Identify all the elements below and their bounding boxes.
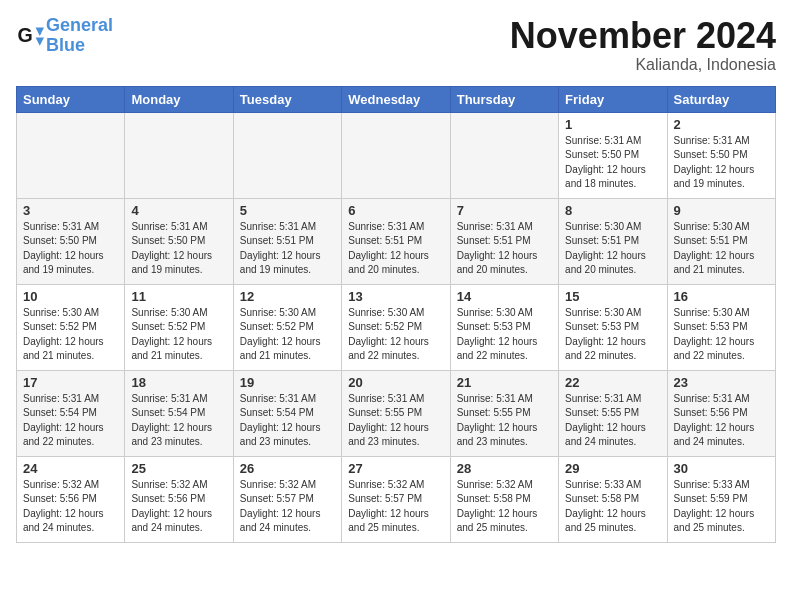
- week-row-5: 24Sunrise: 5:32 AM Sunset: 5:56 PM Dayli…: [17, 456, 776, 542]
- day-number: 19: [240, 375, 335, 390]
- day-number: 10: [23, 289, 118, 304]
- week-row-3: 10Sunrise: 5:30 AM Sunset: 5:52 PM Dayli…: [17, 284, 776, 370]
- day-number: 23: [674, 375, 769, 390]
- calendar-cell: 22Sunrise: 5:31 AM Sunset: 5:55 PM Dayli…: [559, 370, 667, 456]
- day-info: Sunrise: 5:31 AM Sunset: 5:55 PM Dayligh…: [348, 392, 443, 450]
- day-number: 6: [348, 203, 443, 218]
- day-number: 1: [565, 117, 660, 132]
- col-header-monday: Monday: [125, 86, 233, 112]
- calendar-cell: 12Sunrise: 5:30 AM Sunset: 5:52 PM Dayli…: [233, 284, 341, 370]
- day-info: Sunrise: 5:31 AM Sunset: 5:51 PM Dayligh…: [348, 220, 443, 278]
- day-info: Sunrise: 5:30 AM Sunset: 5:53 PM Dayligh…: [674, 306, 769, 364]
- logo-icon: G: [16, 22, 44, 50]
- calendar-cell: 5Sunrise: 5:31 AM Sunset: 5:51 PM Daylig…: [233, 198, 341, 284]
- day-number: 8: [565, 203, 660, 218]
- day-info: Sunrise: 5:30 AM Sunset: 5:52 PM Dayligh…: [348, 306, 443, 364]
- day-number: 13: [348, 289, 443, 304]
- logo: G General Blue: [16, 16, 113, 56]
- week-row-2: 3Sunrise: 5:31 AM Sunset: 5:50 PM Daylig…: [17, 198, 776, 284]
- day-info: Sunrise: 5:30 AM Sunset: 5:52 PM Dayligh…: [23, 306, 118, 364]
- day-info: Sunrise: 5:31 AM Sunset: 5:50 PM Dayligh…: [674, 134, 769, 192]
- day-number: 2: [674, 117, 769, 132]
- calendar-cell: 21Sunrise: 5:31 AM Sunset: 5:55 PM Dayli…: [450, 370, 558, 456]
- day-info: Sunrise: 5:31 AM Sunset: 5:55 PM Dayligh…: [457, 392, 552, 450]
- calendar-cell: 14Sunrise: 5:30 AM Sunset: 5:53 PM Dayli…: [450, 284, 558, 370]
- day-info: Sunrise: 5:32 AM Sunset: 5:57 PM Dayligh…: [240, 478, 335, 536]
- day-info: Sunrise: 5:31 AM Sunset: 5:51 PM Dayligh…: [240, 220, 335, 278]
- day-number: 9: [674, 203, 769, 218]
- day-info: Sunrise: 5:32 AM Sunset: 5:56 PM Dayligh…: [23, 478, 118, 536]
- day-info: Sunrise: 5:30 AM Sunset: 5:51 PM Dayligh…: [565, 220, 660, 278]
- day-info: Sunrise: 5:30 AM Sunset: 5:51 PM Dayligh…: [674, 220, 769, 278]
- calendar-cell: 27Sunrise: 5:32 AM Sunset: 5:57 PM Dayli…: [342, 456, 450, 542]
- day-number: 4: [131, 203, 226, 218]
- svg-marker-2: [36, 37, 44, 45]
- day-number: 25: [131, 461, 226, 476]
- calendar-cell: 3Sunrise: 5:31 AM Sunset: 5:50 PM Daylig…: [17, 198, 125, 284]
- calendar-cell: 17Sunrise: 5:31 AM Sunset: 5:54 PM Dayli…: [17, 370, 125, 456]
- day-number: 18: [131, 375, 226, 390]
- day-info: Sunrise: 5:30 AM Sunset: 5:52 PM Dayligh…: [131, 306, 226, 364]
- calendar-cell: 16Sunrise: 5:30 AM Sunset: 5:53 PM Dayli…: [667, 284, 775, 370]
- title-block: November 2024 Kalianda, Indonesia: [510, 16, 776, 74]
- calendar-cell: 18Sunrise: 5:31 AM Sunset: 5:54 PM Dayli…: [125, 370, 233, 456]
- calendar-cell: 1Sunrise: 5:31 AM Sunset: 5:50 PM Daylig…: [559, 112, 667, 198]
- day-info: Sunrise: 5:31 AM Sunset: 5:50 PM Dayligh…: [131, 220, 226, 278]
- day-number: 21: [457, 375, 552, 390]
- day-info: Sunrise: 5:32 AM Sunset: 5:58 PM Dayligh…: [457, 478, 552, 536]
- svg-marker-1: [36, 27, 44, 35]
- day-number: 15: [565, 289, 660, 304]
- day-number: 11: [131, 289, 226, 304]
- day-number: 27: [348, 461, 443, 476]
- calendar-cell: 24Sunrise: 5:32 AM Sunset: 5:56 PM Dayli…: [17, 456, 125, 542]
- calendar-cell: 28Sunrise: 5:32 AM Sunset: 5:58 PM Dayli…: [450, 456, 558, 542]
- day-number: 20: [348, 375, 443, 390]
- calendar-cell: 7Sunrise: 5:31 AM Sunset: 5:51 PM Daylig…: [450, 198, 558, 284]
- day-info: Sunrise: 5:32 AM Sunset: 5:56 PM Dayligh…: [131, 478, 226, 536]
- day-info: Sunrise: 5:31 AM Sunset: 5:54 PM Dayligh…: [131, 392, 226, 450]
- calendar-cell: [342, 112, 450, 198]
- location: Kalianda, Indonesia: [510, 56, 776, 74]
- col-header-friday: Friday: [559, 86, 667, 112]
- week-row-4: 17Sunrise: 5:31 AM Sunset: 5:54 PM Dayli…: [17, 370, 776, 456]
- col-header-sunday: Sunday: [17, 86, 125, 112]
- month-title: November 2024: [510, 16, 776, 56]
- logo-text: General Blue: [46, 16, 113, 56]
- day-info: Sunrise: 5:32 AM Sunset: 5:57 PM Dayligh…: [348, 478, 443, 536]
- calendar-cell: [233, 112, 341, 198]
- calendar-cell: 9Sunrise: 5:30 AM Sunset: 5:51 PM Daylig…: [667, 198, 775, 284]
- day-number: 29: [565, 461, 660, 476]
- day-number: 24: [23, 461, 118, 476]
- calendar-cell: 30Sunrise: 5:33 AM Sunset: 5:59 PM Dayli…: [667, 456, 775, 542]
- week-row-1: 1Sunrise: 5:31 AM Sunset: 5:50 PM Daylig…: [17, 112, 776, 198]
- day-info: Sunrise: 5:30 AM Sunset: 5:52 PM Dayligh…: [240, 306, 335, 364]
- calendar-cell: 23Sunrise: 5:31 AM Sunset: 5:56 PM Dayli…: [667, 370, 775, 456]
- calendar-table: SundayMondayTuesdayWednesdayThursdayFrid…: [16, 86, 776, 543]
- day-info: Sunrise: 5:31 AM Sunset: 5:50 PM Dayligh…: [23, 220, 118, 278]
- day-number: 30: [674, 461, 769, 476]
- day-number: 16: [674, 289, 769, 304]
- calendar-cell: 4Sunrise: 5:31 AM Sunset: 5:50 PM Daylig…: [125, 198, 233, 284]
- day-number: 7: [457, 203, 552, 218]
- calendar-cell: 8Sunrise: 5:30 AM Sunset: 5:51 PM Daylig…: [559, 198, 667, 284]
- day-info: Sunrise: 5:31 AM Sunset: 5:51 PM Dayligh…: [457, 220, 552, 278]
- day-number: 17: [23, 375, 118, 390]
- calendar-cell: 11Sunrise: 5:30 AM Sunset: 5:52 PM Dayli…: [125, 284, 233, 370]
- header-row: SundayMondayTuesdayWednesdayThursdayFrid…: [17, 86, 776, 112]
- day-info: Sunrise: 5:33 AM Sunset: 5:59 PM Dayligh…: [674, 478, 769, 536]
- calendar-cell: 15Sunrise: 5:30 AM Sunset: 5:53 PM Dayli…: [559, 284, 667, 370]
- calendar-cell: 20Sunrise: 5:31 AM Sunset: 5:55 PM Dayli…: [342, 370, 450, 456]
- calendar-cell: 13Sunrise: 5:30 AM Sunset: 5:52 PM Dayli…: [342, 284, 450, 370]
- calendar-cell: 2Sunrise: 5:31 AM Sunset: 5:50 PM Daylig…: [667, 112, 775, 198]
- col-header-thursday: Thursday: [450, 86, 558, 112]
- day-info: Sunrise: 5:31 AM Sunset: 5:54 PM Dayligh…: [240, 392, 335, 450]
- col-header-saturday: Saturday: [667, 86, 775, 112]
- day-info: Sunrise: 5:31 AM Sunset: 5:55 PM Dayligh…: [565, 392, 660, 450]
- calendar-cell: 29Sunrise: 5:33 AM Sunset: 5:58 PM Dayli…: [559, 456, 667, 542]
- col-header-wednesday: Wednesday: [342, 86, 450, 112]
- day-number: 14: [457, 289, 552, 304]
- day-info: Sunrise: 5:31 AM Sunset: 5:54 PM Dayligh…: [23, 392, 118, 450]
- calendar-cell: 19Sunrise: 5:31 AM Sunset: 5:54 PM Dayli…: [233, 370, 341, 456]
- page-header: G General Blue November 2024 Kalianda, I…: [16, 16, 776, 74]
- calendar-cell: 26Sunrise: 5:32 AM Sunset: 5:57 PM Dayli…: [233, 456, 341, 542]
